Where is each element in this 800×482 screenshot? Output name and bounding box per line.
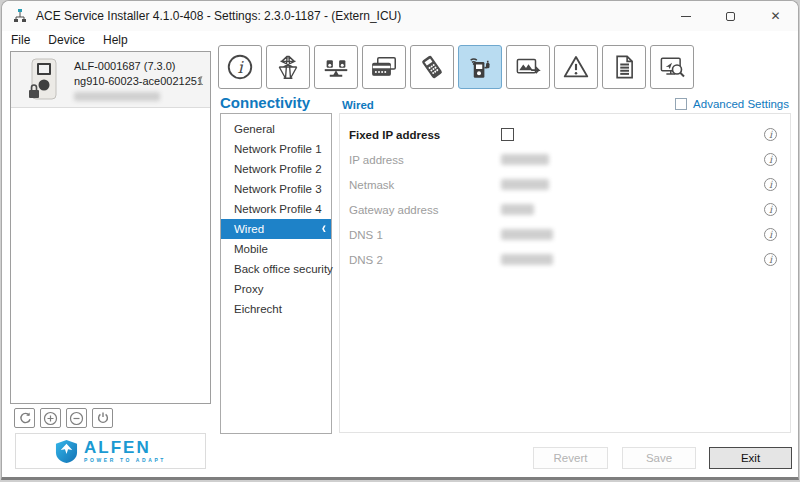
- save-button[interactable]: Save: [622, 447, 696, 469]
- menu-device[interactable]: Device: [39, 33, 94, 47]
- device-list-panel: ALF-0001687 (7.3.0) ng910-60023-ace00212…: [10, 51, 211, 404]
- minus-circle-icon: [69, 411, 84, 426]
- device-collapse-chevron-icon[interactable]: ‹: [198, 69, 203, 91]
- nav-item-network-profile-1[interactable]: Network Profile 1: [221, 139, 331, 159]
- device-serial: ng910-60023-ace0021251: [74, 74, 203, 88]
- nav-selected-chevron-icon: ‹: [322, 220, 326, 236]
- nav-item-mobile[interactable]: Mobile: [221, 239, 331, 259]
- exit-button[interactable]: Exit: [709, 447, 792, 469]
- tab-info[interactable]: i: [218, 45, 262, 89]
- window-controls: ✕: [663, 1, 798, 31]
- display-image-icon: [513, 52, 543, 82]
- tab-warnings[interactable]: [554, 45, 598, 89]
- revert-button[interactable]: Revert: [533, 447, 608, 469]
- close-icon[interactable]: ✕: [753, 1, 798, 31]
- brand-logo: ALFEN POWER TO ADAPT: [15, 433, 206, 469]
- form-row-netmask: Netmask i: [340, 172, 790, 197]
- tab-power-grid[interactable]: [266, 45, 310, 89]
- maximize-icon[interactable]: [708, 1, 753, 31]
- form-row-gateway: Gateway address i: [340, 197, 790, 222]
- nav-item-proxy[interactable]: Proxy: [221, 279, 331, 299]
- section-title: Connectivity: [220, 94, 310, 111]
- load-balancing-icon: [321, 52, 351, 82]
- device-actions: [14, 408, 113, 428]
- monitor-search-icon: [657, 52, 687, 82]
- redacted-value: [501, 179, 549, 190]
- tab-load-balancing[interactable]: [314, 45, 358, 89]
- tab-connectivity[interactable]: [458, 45, 502, 89]
- nav-item-network-profile-2[interactable]: Network Profile 2: [221, 159, 331, 179]
- power-icon: [96, 411, 110, 425]
- settings-nav: General Network Profile 1 Network Profil…: [220, 113, 332, 434]
- tab-display[interactable]: [506, 45, 550, 89]
- settings-toolbar: i: [218, 45, 694, 89]
- field-label: Fixed IP address: [349, 129, 501, 141]
- nav-item-general[interactable]: General: [221, 119, 331, 139]
- info-icon: i: [225, 52, 255, 82]
- svg-text:i: i: [237, 58, 244, 77]
- charger-thumbnail-icon: [27, 57, 61, 103]
- brand-name: ALFEN: [84, 440, 151, 456]
- charging-station-icon: [465, 52, 495, 82]
- field-label: Gateway address: [349, 204, 501, 216]
- device-info: ALF-0001687 (7.3.0) ng910-60023-ace00212…: [74, 59, 203, 101]
- field-label: IP address: [349, 154, 501, 166]
- nav-item-wired[interactable]: Wired ‹: [221, 219, 331, 239]
- info-icon[interactable]: i: [764, 153, 777, 166]
- tab-logs[interactable]: [602, 45, 646, 89]
- form-row-ip-address: IP address i: [340, 147, 790, 172]
- app-icon: [12, 8, 28, 24]
- form-row-fixed-ip: Fixed IP address i: [340, 122, 790, 147]
- refresh-button[interactable]: [14, 408, 35, 428]
- menu-help[interactable]: Help: [94, 33, 137, 47]
- info-icon[interactable]: i: [764, 203, 777, 216]
- add-device-button[interactable]: [40, 408, 61, 428]
- device-name: ALF-0001687 (7.3.0): [74, 59, 203, 74]
- field-label: Netmask: [349, 179, 501, 191]
- redacted-value: [501, 254, 553, 265]
- device-list-item[interactable]: ALF-0001687 (7.3.0) ng910-60023-ace00212…: [11, 52, 210, 108]
- nav-item-eichrecht[interactable]: Eichrecht: [221, 299, 331, 319]
- remove-device-button[interactable]: [66, 408, 87, 428]
- warning-icon: [561, 52, 591, 82]
- redacted-value: [501, 154, 549, 165]
- advanced-settings: Advanced Settings: [675, 98, 789, 110]
- panel-title: Wired: [342, 99, 374, 111]
- tab-payment-terminal[interactable]: [410, 45, 454, 89]
- wired-settings-form: Fixed IP address i IP address i Netmask …: [339, 113, 791, 433]
- window-title: ACE Service Installer 4.1.0-408 - Settin…: [36, 9, 401, 23]
- redacted-value: [501, 204, 534, 215]
- plus-circle-icon: [43, 411, 58, 426]
- field-label: DNS 2: [349, 254, 501, 266]
- redacted-value: [501, 229, 553, 240]
- advanced-settings-label[interactable]: Advanced Settings: [693, 98, 789, 110]
- nav-item-back-office-security[interactable]: Back office security: [221, 259, 331, 279]
- info-icon[interactable]: i: [764, 128, 777, 141]
- info-icon[interactable]: i: [764, 178, 777, 191]
- info-icon[interactable]: i: [764, 253, 777, 266]
- nav-item-network-profile-4[interactable]: Network Profile 4: [221, 199, 331, 219]
- nav-item-network-profile-3[interactable]: Network Profile 3: [221, 179, 331, 199]
- tab-diagnostics[interactable]: [650, 45, 694, 89]
- field-label: DNS 1: [349, 229, 501, 241]
- menu-file[interactable]: File: [2, 33, 39, 47]
- device-redacted-detail: [74, 92, 160, 101]
- power-button[interactable]: [92, 408, 113, 428]
- tab-payment-cards[interactable]: [362, 45, 406, 89]
- form-row-dns1: DNS 1 i: [340, 222, 790, 247]
- titlebar: ACE Service Installer 4.1.0-408 - Settin…: [2, 1, 798, 31]
- brand-tagline: POWER TO ADAPT: [84, 457, 166, 463]
- fixed-ip-checkbox[interactable]: [501, 128, 514, 141]
- advanced-settings-checkbox[interactable]: [675, 98, 687, 110]
- refresh-icon: [18, 411, 32, 425]
- power-pylon-icon: [273, 52, 303, 82]
- alfen-shield-icon: [55, 439, 78, 464]
- minimize-icon[interactable]: [663, 1, 708, 31]
- info-icon[interactable]: i: [764, 228, 777, 241]
- log-document-icon: [609, 52, 639, 82]
- app-window: ACE Service Installer 4.1.0-408 - Settin…: [1, 0, 799, 480]
- payment-terminal-icon: [417, 52, 447, 82]
- payment-cards-icon: [369, 52, 399, 82]
- nav-item-label: Wired: [234, 223, 264, 235]
- form-row-dns2: DNS 2 i: [340, 247, 790, 272]
